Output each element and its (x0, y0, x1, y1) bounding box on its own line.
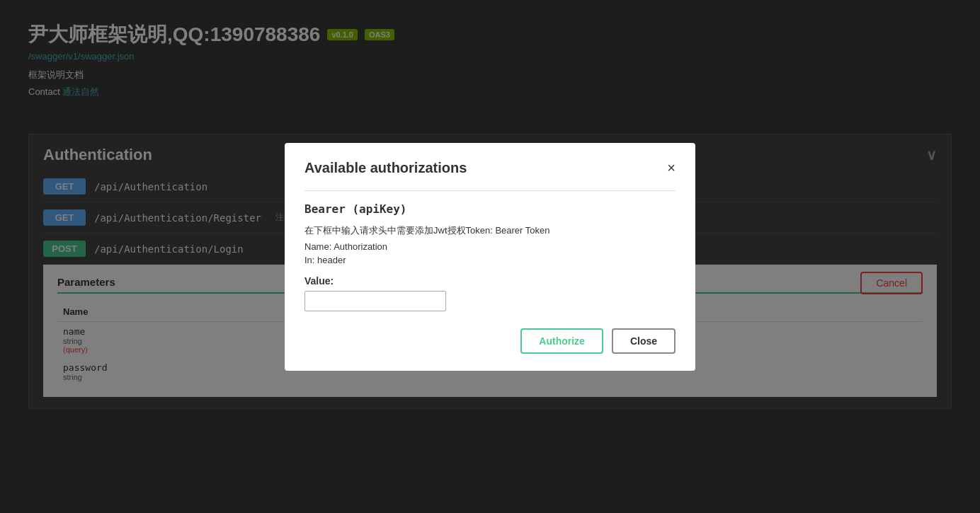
modal-title: Available authorizations (304, 160, 467, 176)
auth-description: 在下框中输入请求头中需要添加Jwt授权Token: Bearer Token (304, 224, 676, 237)
in-value: header (317, 255, 346, 265)
authorize-button[interactable]: Authorize (520, 328, 603, 354)
name-label: Name: (304, 241, 331, 252)
auth-type-title: Bearer (apiKey) (304, 202, 676, 216)
value-input[interactable] (304, 291, 446, 311)
modal-dialog: Available authorizations × Bearer (apiKe… (285, 143, 695, 371)
modal-header: Available authorizations × (304, 160, 676, 176)
close-button[interactable]: Close (612, 328, 676, 354)
value-label: Value: (304, 275, 676, 287)
modal-actions: Authorize Close (304, 328, 676, 354)
modal-overlay: Available authorizations × Bearer (apiKe… (0, 0, 980, 513)
modal-divider (304, 190, 676, 191)
modal-close-button[interactable]: × (667, 161, 676, 175)
auth-name-meta: Name: Authorization (304, 241, 676, 252)
name-value: Authorization (334, 241, 387, 252)
in-label: In: (304, 255, 314, 265)
auth-in-meta: In: header (304, 255, 676, 265)
